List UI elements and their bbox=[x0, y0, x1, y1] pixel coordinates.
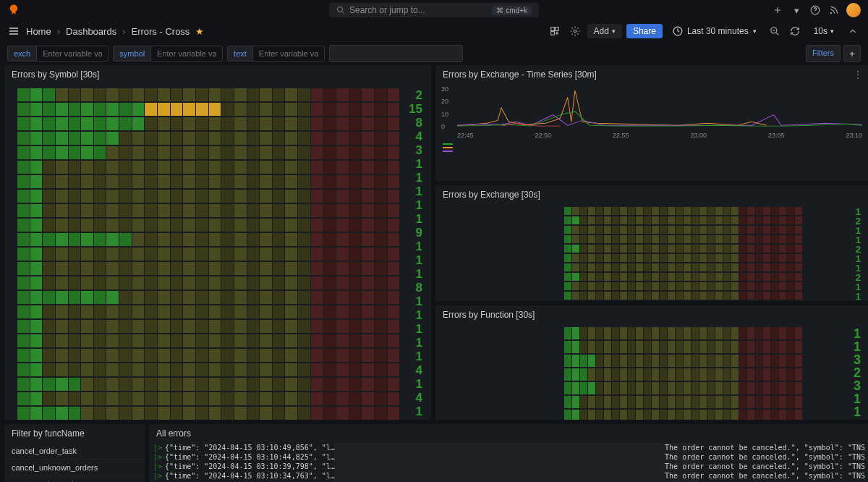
star-icon[interactable]: ★ bbox=[195, 26, 204, 37]
symbol-value: 1 bbox=[405, 253, 422, 267]
clock-icon bbox=[673, 26, 683, 36]
add-button[interactable]: Add ▾ bbox=[587, 24, 622, 38]
menu-icon[interactable] bbox=[7, 25, 20, 38]
var-label-exch: exch bbox=[7, 46, 36, 62]
panel-title[interactable]: Filter by funcName bbox=[4, 424, 145, 443]
panel-title[interactable]: Errors by Function [30s] bbox=[435, 305, 868, 324]
log-lines[interactable]: |>{"time": "2024-04-15 03:10:49,856", "l… bbox=[149, 443, 868, 482]
var-input-exch[interactable] bbox=[36, 46, 109, 62]
log-expand-icon[interactable]: |> bbox=[153, 453, 162, 461]
panel-menu-icon[interactable]: ⋮ bbox=[854, 69, 862, 80]
global-search[interactable]: Search or jump to... ⌘ cmd+k bbox=[329, 3, 539, 17]
symbol-value: 1 bbox=[405, 336, 422, 350]
symbol-value: 4 bbox=[405, 130, 422, 143]
help-icon[interactable] bbox=[809, 4, 822, 17]
user-avatar[interactable] bbox=[846, 3, 861, 17]
ts-svg bbox=[457, 87, 862, 129]
legend-item-1[interactable] bbox=[443, 143, 453, 145]
log-expand-icon[interactable]: |> bbox=[153, 462, 162, 470]
symbol-value: 1 bbox=[405, 350, 422, 363]
var-input-text[interactable] bbox=[252, 46, 325, 62]
timeseries-chart[interactable]: 30 20 10 0 bbox=[435, 84, 868, 130]
func-filter-item[interactable]: cancel_order_task bbox=[4, 443, 145, 460]
symbol-value: 4 bbox=[405, 391, 422, 405]
news-icon[interactable] bbox=[827, 4, 841, 17]
symbol-value: 4 bbox=[405, 363, 422, 377]
log-line[interactable]: |>{"time": "2024-04-15 03:10:44,825", "l… bbox=[149, 452, 868, 462]
symbol-value: 1 bbox=[405, 322, 422, 336]
search-icon bbox=[336, 6, 345, 14]
panel-title[interactable]: Errors by Exchange - Time Series [30m] bbox=[443, 69, 597, 80]
heatmap-value: 1 bbox=[852, 327, 861, 340]
variable-bar: exch symbol text Filters + bbox=[0, 42, 868, 65]
var-label-symbol: symbol bbox=[113, 46, 150, 62]
svg-point-2 bbox=[830, 13, 831, 14]
log-prefix: {"time": "2024-04-15 03:10:49,856", "lev… bbox=[165, 444, 339, 452]
variable-dropdown[interactable] bbox=[329, 45, 463, 62]
svg-point-6 bbox=[574, 30, 576, 33]
refresh-icon[interactable] bbox=[787, 23, 803, 39]
panel-errors-by-function: Errors by Function [30s] 1132311 bbox=[435, 305, 868, 420]
zoom-out-icon[interactable] bbox=[767, 23, 783, 39]
symbol-value: 9 bbox=[405, 226, 422, 240]
legend-item-2[interactable] bbox=[443, 147, 453, 148]
filters-label[interactable]: Filters bbox=[806, 45, 841, 62]
legend-item-3[interactable] bbox=[443, 151, 453, 152]
panel-title[interactable]: Errors by Exchange [30s] bbox=[435, 185, 868, 204]
heatmap-value: 2 bbox=[852, 366, 861, 379]
var-input-symbol[interactable] bbox=[150, 46, 223, 62]
collapse-icon[interactable] bbox=[845, 23, 861, 39]
log-prefix: {"time": "2024-04-15 03:10:39,798", "lev… bbox=[165, 462, 339, 470]
chevron-down-icon[interactable]: ▾ bbox=[790, 4, 803, 17]
log-line[interactable]: |>{"time": "2024-04-15 03:10:49,856", "l… bbox=[149, 443, 868, 452]
ts-xaxis: 22:45 22:50 22:55 23:00 23:05 23:10 bbox=[435, 130, 868, 140]
symbol-value: 8 bbox=[405, 116, 422, 130]
function-heatmap[interactable] bbox=[441, 327, 846, 420]
svg-rect-5 bbox=[550, 32, 554, 35]
log-line[interactable]: |>{"time": "2024-04-15 03:10:39,798", "l… bbox=[149, 462, 868, 471]
symbol-value: 3 bbox=[405, 143, 422, 157]
log-expand-icon[interactable]: |> bbox=[153, 444, 162, 452]
panel-title[interactable]: All errors bbox=[149, 424, 868, 443]
panel-add-icon[interactable] bbox=[547, 23, 563, 39]
breadcrumb-home[interactable]: Home bbox=[26, 26, 51, 37]
symbol-value: 1 bbox=[405, 377, 422, 391]
symbol-value: 1 bbox=[405, 295, 422, 308]
ts-legend[interactable] bbox=[435, 140, 868, 155]
var-label-text: text bbox=[227, 46, 252, 62]
variable-text: text bbox=[227, 46, 325, 62]
right-column: Errors by Exchange - Time Series [30m] ⋮… bbox=[435, 65, 868, 420]
symbol-value: 8 bbox=[405, 281, 422, 295]
dashboard-navbar: Home › Dashboards › Errors - Cross ★ Add… bbox=[0, 20, 868, 42]
log-expand-icon[interactable]: |> bbox=[153, 472, 162, 480]
panel-all-errors: All errors |>{"time": "2024-04-15 03:10:… bbox=[149, 424, 868, 482]
log-suffix: The order cannot be canceled.", "symbol"… bbox=[650, 472, 865, 480]
log-line[interactable]: |>{"time": "2024-04-15 03:10:34,763", "l… bbox=[149, 471, 868, 481]
symbol-value: 4 bbox=[405, 418, 422, 420]
panel-title[interactable]: Errors by Symbol [30s] bbox=[4, 65, 431, 84]
grafana-logo-icon[interactable] bbox=[7, 4, 20, 17]
refresh-interval[interactable]: 10s ▾ bbox=[807, 24, 841, 38]
share-button[interactable]: Share bbox=[626, 24, 663, 38]
symbol-value: 2 bbox=[405, 88, 422, 102]
func-filter-item[interactable]: cancel_unknown_orders bbox=[4, 460, 145, 476]
panel-errors-by-exchange: Errors by Exchange [30s] 12112112112 bbox=[435, 185, 868, 301]
log-suffix: The order cannot be canceled.", "symbol"… bbox=[650, 444, 865, 452]
symbol-value: 1 bbox=[405, 171, 422, 185]
symbol-heatmap[interactable] bbox=[4, 84, 402, 420]
heatmap-value: 3 bbox=[852, 353, 861, 366]
exchange-heatmap[interactable] bbox=[441, 207, 846, 301]
search-kbd-hint: ⌘ cmd+k bbox=[492, 6, 532, 15]
symbol-value: 1 bbox=[405, 212, 422, 226]
svg-rect-3 bbox=[550, 28, 554, 31]
func-filter-item[interactable]: create_order_task bbox=[4, 476, 145, 482]
plus-icon[interactable] bbox=[771, 4, 784, 17]
settings-icon[interactable] bbox=[567, 23, 583, 39]
add-filter-button[interactable]: + bbox=[843, 45, 861, 62]
heatmap-value: 1 bbox=[852, 405, 861, 418]
symbol-value: 1 bbox=[405, 198, 422, 212]
breadcrumb-current: Errors - Cross bbox=[131, 26, 190, 37]
time-range-picker[interactable]: Last 30 minutes ▾ bbox=[667, 24, 762, 38]
symbol-value: 1 bbox=[405, 405, 422, 418]
breadcrumb-dashboards[interactable]: Dashboards bbox=[66, 26, 116, 37]
